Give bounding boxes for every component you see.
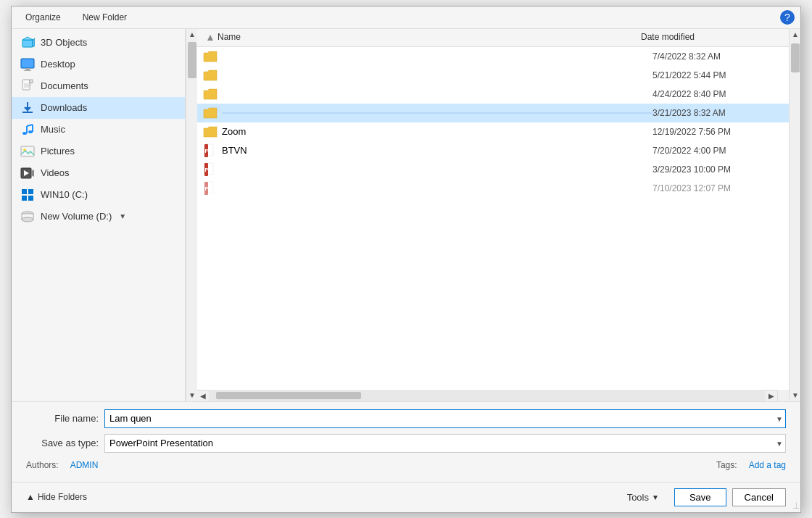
file-date: 3/29/2023 10:00 PM: [652, 164, 783, 175]
table-row[interactable]: P 3/29/2023 10:00 PM: [197, 160, 789, 179]
win10-icon: [20, 188, 35, 202]
sidebar-item-documents-label: Documents: [41, 80, 88, 91]
authors-value[interactable]: ADMIN: [70, 460, 99, 470]
sidebar-container: 3D Objects Desktop Documents: [12, 29, 197, 401]
file-date: 12/19/2022 7:56 PM: [652, 127, 783, 137]
file-name: BTVN: [222, 145, 652, 156]
folder-icon: [203, 49, 218, 64]
save-type-select[interactable]: PowerPoint Presentation: [104, 434, 786, 453]
tools-button[interactable]: Tools ▼: [618, 488, 668, 506]
filelist-scroll-down[interactable]: ▼: [790, 390, 800, 401]
save-button[interactable]: Save: [674, 488, 726, 506]
scroll-corner: [777, 390, 789, 401]
hscroll-left[interactable]: ◀: [197, 390, 209, 401]
sidebar-item-downloads-label: Downloads: [41, 102, 87, 113]
sidebar-scroll-up[interactable]: ▲: [186, 29, 198, 41]
main-area: Name Date modified 7/4/2022 8:32 AM 5/21…: [197, 29, 789, 401]
table-row[interactable]: P BTVN 7/20/2022 4:00 PM: [197, 141, 789, 160]
new-folder-button[interactable]: New Folder: [75, 9, 135, 25]
sidebar-scroll-thumb: [188, 42, 196, 78]
svg-rect-21: [21, 146, 34, 156]
sidebar-item-3d-objects[interactable]: 3D Objects: [12, 32, 185, 54]
sidebar-item-music-label: Music: [41, 124, 65, 135]
hscroll-right[interactable]: ▶: [766, 390, 777, 401]
horizontal-scrollbar[interactable]: ◀ ▶: [197, 390, 777, 401]
videos-icon: [20, 166, 35, 180]
col-date-header[interactable]: Date modified: [641, 32, 771, 43]
svg-marker-24: [31, 170, 34, 177]
filelist-scroll-up[interactable]: ▲: [790, 29, 800, 41]
svg-line-20: [27, 125, 33, 126]
svg-rect-8: [30, 80, 33, 83]
filelist-scroll-track: [790, 41, 800, 390]
hscroll-thumb: [216, 392, 361, 399]
new-volume-icon: [20, 209, 35, 224]
file-name-input-wrapper: ▼: [104, 409, 786, 428]
sidebar-item-win10[interactable]: WIN10 (C:): [12, 184, 185, 206]
sidebar-item-win10-label: WIN10 (C:): [41, 189, 88, 200]
save-type-wrapper: PowerPoint Presentation ▼: [104, 434, 786, 453]
sidebar-scroll-track: [186, 41, 197, 390]
tags-value[interactable]: Add a tag: [749, 460, 786, 470]
sidebar-item-documents[interactable]: Documents: [12, 75, 185, 97]
sidebar-item-new-volume[interactable]: New Volume (D:) ▼: [12, 206, 185, 227]
sidebar-scrollbar[interactable]: ▲ ▼: [186, 29, 197, 401]
svg-rect-28: [22, 196, 27, 201]
toolbar: Organize New Folder ?: [12, 7, 800, 29]
sidebar-item-3d-objects-label: 3D Objects: [41, 37, 87, 48]
sidebar-item-desktop[interactable]: Desktop: [12, 54, 185, 75]
svg-rect-4: [25, 68, 30, 70]
col-name-header[interactable]: Name: [218, 32, 641, 43]
sidebar-item-music[interactable]: Music: [12, 119, 185, 141]
3d-objects-icon: [20, 35, 35, 50]
form-area: File name: ▼ Save as type: PowerPoint Pr…: [12, 401, 800, 482]
folder-icon: [203, 106, 218, 120]
sidebar-item-videos[interactable]: Videos: [12, 162, 185, 184]
file-name: [222, 112, 652, 114]
file-list-scrollbar[interactable]: ▲ ▼: [789, 29, 800, 401]
table-row[interactable]: 5/21/2022 5:44 PM: [197, 66, 789, 85]
sidebar-item-videos-label: Videos: [41, 167, 70, 178]
svg-text:P: P: [205, 186, 209, 191]
footer-buttons: Tools ▼ Save Cancel: [618, 488, 786, 506]
ppt-icon: P: [203, 143, 218, 158]
help-button[interactable]: ?: [780, 10, 795, 25]
resize-handle[interactable]: ⟂: [793, 499, 799, 511]
file-date: 7/10/2023 12:07 PM: [652, 183, 783, 193]
table-row[interactable]: 3/21/2023 8:32 AM: [197, 104, 789, 122]
desktop-icon: [20, 57, 35, 72]
file-name-label: File name:: [26, 413, 99, 424]
svg-rect-29: [28, 196, 33, 201]
svg-rect-27: [28, 189, 33, 194]
svg-marker-1: [22, 37, 33, 40]
file-name-input[interactable]: [104, 409, 786, 428]
table-row[interactable]: Zoom 12/19/2022 7:56 PM: [197, 122, 789, 141]
table-row[interactable]: P 7/10/2023 12:07 PM: [197, 179, 789, 198]
file-name-row: File name: ▼: [26, 409, 786, 428]
file-name: Zoom: [222, 126, 652, 137]
sidebar-item-new-volume-label: New Volume (D:): [41, 211, 112, 222]
table-row[interactable]: 4/24/2022 8:40 PM: [197, 85, 789, 104]
sidebar-scroll-down[interactable]: ▼: [186, 390, 198, 401]
footer: ▲ Hide Folders Tools ▼ Save Cancel: [12, 482, 800, 512]
downloads-icon: [20, 101, 35, 115]
file-date: 4/24/2022 8:40 PM: [652, 89, 783, 99]
svg-rect-15: [22, 112, 33, 113]
hide-folders-toggle[interactable]: ▲ Hide Folders: [26, 492, 87, 502]
cancel-button[interactable]: Cancel: [732, 488, 786, 506]
music-icon: [20, 122, 35, 137]
hscroll-track: [209, 390, 766, 401]
scroll-bottom-row: ◀ ▶: [197, 390, 789, 401]
filelist-scroll-thumb: [791, 43, 800, 72]
ppt-icon: P: [203, 162, 218, 177]
svg-text:P: P: [205, 149, 209, 154]
expand-icon: ▼: [119, 212, 126, 220]
organize-button[interactable]: Organize: [17, 9, 69, 25]
sort-arrow-up[interactable]: [203, 32, 218, 43]
sidebar-item-pictures[interactable]: Pictures: [12, 141, 185, 162]
table-row[interactable]: 7/4/2022 8:32 AM: [197, 47, 789, 66]
svg-rect-26: [22, 189, 27, 194]
save-type-label: Save as type:: [26, 438, 99, 448]
ppt-icon: P: [203, 181, 218, 196]
sidebar-item-downloads[interactable]: Downloads: [12, 97, 185, 119]
